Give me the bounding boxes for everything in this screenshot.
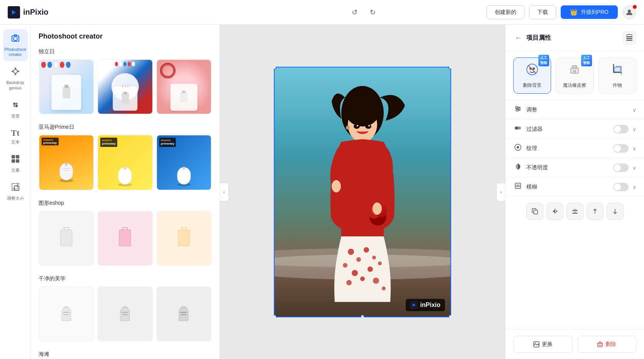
svg-rect-113 [534, 210, 538, 214]
svg-point-80 [368, 125, 370, 126]
undo-button[interactable]: ↺ [349, 5, 361, 20]
svg-point-101 [516, 106, 518, 108]
svg-rect-50 [121, 312, 128, 313]
svg-rect-118 [572, 213, 578, 214]
blur-icon [513, 182, 523, 192]
filter-toggle[interactable] [613, 125, 629, 133]
property-row-blur[interactable]: 模糊 ∨ [506, 177, 644, 196]
template-card-amz-3[interactable]: amazonprimeday [156, 135, 212, 190]
down-button[interactable] [607, 203, 624, 220]
align-button[interactable] [566, 203, 583, 220]
left-sidebar: Photoshoot creator Backdrop genius [0, 25, 31, 359]
collapse-right-button[interactable]: › [496, 183, 505, 201]
user-avatar[interactable] [622, 5, 636, 19]
blur-chevron: ∨ [632, 184, 636, 190]
crop-label: 作物 [613, 82, 622, 89]
tool-card-crop[interactable]: 作物 [598, 57, 636, 94]
sidebar-label-resize: 调整大小 [7, 196, 24, 201]
tool-card-magic-eraser[interactable]: 人工智能 魔法橡皮擦 [556, 57, 593, 94]
canvas-photo[interactable]: inPixio [274, 67, 451, 317]
template-card-eshop-2[interactable] [97, 211, 153, 266]
svg-point-108 [517, 146, 519, 148]
upgrade-button[interactable]: 👑 升级到PRO [561, 5, 618, 19]
delete-button[interactable]: 删除 [577, 336, 637, 353]
opacity-label: 不透明度 [526, 164, 609, 171]
tool-card-remove-bg[interactable]: 人工智能 删除背景 [513, 57, 551, 94]
svg-rect-22 [123, 92, 127, 94]
svg-rect-53 [181, 314, 186, 315]
adjust-label: 调整 [526, 106, 629, 113]
align-icon [571, 207, 579, 215]
template-grid-aesthetic [39, 286, 212, 342]
svg-rect-29 [64, 170, 69, 171]
delete-icon [597, 341, 603, 347]
svg-rect-28 [62, 168, 70, 169]
texture-toggle[interactable] [613, 144, 629, 153]
template-card-amz-2[interactable]: amazonprimeday [97, 135, 153, 190]
collapse-left-button[interactable]: ‹ [220, 183, 229, 201]
header: inPixio ↺ ↻ 创建新的 下载 👑 升级到PRO [0, 0, 644, 25]
texture-icon [513, 143, 523, 153]
create-new-button[interactable]: 创建新的 [487, 5, 524, 19]
opacity-toggle[interactable] [613, 163, 629, 172]
template-card-amz-1[interactable]: amazonprimeday [39, 135, 94, 190]
svg-rect-13 [12, 155, 15, 158]
copy-button[interactable] [526, 203, 543, 220]
category-amazon: 亚马逊Prime日 amazonprimeday [31, 121, 219, 196]
blur-toggle[interactable] [613, 183, 629, 191]
template-card-ind-3[interactable] [156, 59, 212, 115]
opacity-icon [513, 163, 523, 172]
tool-cards: 人工智能 删除背景 人工智能 [506, 51, 644, 100]
category-beach: 海滩 [31, 348, 219, 359]
replace-button[interactable]: 更换 [513, 336, 573, 353]
back-button[interactable]: ← [513, 32, 523, 44]
sidebar-item-resize[interactable]: 调整大小 [3, 178, 28, 205]
main-layout: Photoshoot creator Backdrop genius [0, 25, 644, 359]
svg-point-79 [357, 125, 358, 126]
redo-button[interactable]: ↻ [367, 5, 379, 20]
sidebar-label-photoshoot: Photoshoot creator [5, 47, 26, 57]
header-actions: 创建新的 下载 👑 升级到PRO [487, 5, 636, 19]
download-button[interactable]: 下载 [529, 5, 556, 19]
template-card-eshop-1[interactable] [39, 211, 94, 266]
svg-point-12 [15, 105, 18, 107]
svg-point-106 [517, 126, 519, 130]
watermark-text: inPixio [420, 302, 440, 308]
svg-rect-51 [122, 314, 128, 315]
svg-point-68 [373, 278, 379, 284]
svg-rect-23 [180, 92, 187, 103]
canvas-wrapper: inPixio [274, 67, 451, 317]
svg-point-9 [13, 103, 15, 105]
template-card-eshop-3[interactable] [156, 211, 212, 266]
sidebar-label-background: 背景 [11, 114, 20, 119]
sidebar-item-background[interactable]: 背景 [3, 96, 28, 123]
texture-label: 纹理 [526, 145, 609, 152]
flip-h-button[interactable] [546, 203, 563, 220]
property-row-adjust[interactable]: 调整 ∨ [506, 100, 644, 119]
filter-icon [513, 124, 523, 134]
svg-point-76 [373, 202, 382, 215]
template-card-aes-3[interactable] [156, 286, 212, 342]
blur-label: 模糊 [526, 184, 609, 190]
texture-chevron: ∨ [632, 145, 636, 152]
sidebar-item-elements[interactable]: 元素 [3, 150, 28, 177]
svg-point-57 [346, 126, 350, 130]
property-row-texture[interactable]: 纹理 ∨ [506, 138, 644, 158]
template-card-ind-2[interactable]: ★★★ [97, 59, 153, 115]
elements-icon [10, 154, 20, 166]
template-card-aes-1[interactable] [39, 286, 94, 342]
property-row-opacity[interactable]: 不透明度 ∨ [506, 158, 644, 177]
sidebar-item-photoshoot[interactable]: Photoshoot creator [3, 29, 28, 61]
up-button[interactable] [587, 203, 604, 220]
header-center: ↺ ↻ [247, 5, 480, 20]
template-card-ind-1[interactable] [39, 59, 94, 115]
svg-point-63 [352, 270, 358, 276]
template-card-aes-2[interactable] [97, 286, 153, 342]
property-row-filter[interactable]: 过滤器 ∨ [506, 119, 644, 138]
magic-eraser-label: 魔法橡皮擦 [563, 82, 586, 89]
sidebar-item-backdrop[interactable]: Backdrop genius [3, 62, 28, 94]
sidebar-item-text[interactable]: Tt 文本 [3, 124, 28, 148]
svg-rect-19 [62, 87, 70, 98]
layers-button[interactable] [622, 31, 636, 45]
svg-rect-44 [178, 230, 190, 246]
